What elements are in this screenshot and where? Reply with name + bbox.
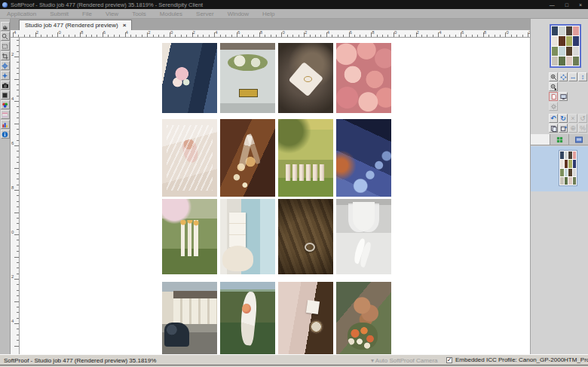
camera-tool-button[interactable] xyxy=(1,81,10,90)
settings-button[interactable] xyxy=(549,102,558,111)
menu-submit[interactable]: Submit xyxy=(43,11,75,17)
menu-application[interactable]: Application xyxy=(0,11,43,17)
navigator-tool-button[interactable] xyxy=(1,71,10,80)
photo-hands-bouquet[interactable] xyxy=(336,282,391,354)
photo-wedding-cake[interactable] xyxy=(220,199,275,274)
status-text: SoftProof - Studio job 477 (Rendered pre… xyxy=(4,357,156,364)
tab-studio-job[interactable]: Studio job 477 (Rendered preview) × xyxy=(19,20,132,30)
horizontal-ruler: 420864202468024680246802 xyxy=(11,30,530,38)
undo-button[interactable]: ↶ xyxy=(549,114,558,123)
zoom-in-button[interactable] xyxy=(549,72,558,81)
menu-server[interactable]: Server xyxy=(189,11,221,17)
right-panel: ↔ ↕ ↶ ↻ × ↺ xyxy=(530,19,588,354)
photo-bridesmaids-tree[interactable] xyxy=(278,119,333,197)
transform-icon xyxy=(560,125,567,132)
color-bars-tool-button[interactable] xyxy=(1,110,10,119)
fit-height-button[interactable]: ↕ xyxy=(578,72,587,81)
selection-box-icon xyxy=(2,92,8,99)
fit-width-icon: ↔ xyxy=(570,74,577,81)
zoom-out-button[interactable] xyxy=(549,82,558,91)
status-bar: SoftProof - Studio job 477 (Rendered pre… xyxy=(0,354,588,367)
photo-reception-tables[interactable] xyxy=(336,119,391,197)
vertical-ruler: 2468024 xyxy=(11,38,20,354)
camera-icon xyxy=(2,82,9,89)
registration-tool-button[interactable] xyxy=(1,61,10,70)
pan-tool-button[interactable] xyxy=(1,22,10,31)
photo-ring-pillow[interactable] xyxy=(278,43,333,113)
photo-champagne-toast[interactable] xyxy=(220,119,275,197)
fit-window-button[interactable] xyxy=(559,72,568,81)
hand-icon xyxy=(2,23,8,30)
photo-aisle-candles[interactable] xyxy=(162,199,217,274)
pasteboard-selected-row[interactable] xyxy=(531,146,588,191)
menu-tools[interactable]: Tools xyxy=(125,11,153,17)
icc-checkbox[interactable]: ✓ xyxy=(446,357,452,363)
menu-help[interactable]: Help xyxy=(256,11,281,17)
duplicate-icon xyxy=(550,125,557,132)
photo-bride-holding-shoes[interactable] xyxy=(162,119,217,197)
scale-button[interactable]: % xyxy=(578,124,587,133)
maximize-button[interactable]: □ xyxy=(565,2,568,8)
photo-ring-on-wood[interactable] xyxy=(278,199,333,274)
tab-close-icon[interactable]: × xyxy=(123,22,127,29)
icc-profile-label: Embedded ICC Profile: Canon_GP-2000HTM_P… xyxy=(455,356,588,363)
window-title: SoftProof - Studio job 477 (Rendered pre… xyxy=(11,2,203,8)
gear-icon xyxy=(550,103,557,110)
camera-dropdown-label: Auto SoftProof Camera xyxy=(375,357,438,364)
delete-button[interactable]: × xyxy=(568,114,577,123)
menu-view[interactable]: View xyxy=(99,11,125,17)
magnifier-icon xyxy=(2,33,8,40)
photo-pink-ranunculus[interactable] xyxy=(336,43,391,113)
menu-modules[interactable]: Modules xyxy=(153,11,189,17)
photo-vintage-car-street[interactable] xyxy=(162,282,217,354)
camera-dropdown[interactable]: ▾ Auto SoftProof Camera xyxy=(371,357,438,364)
tab-grid-view[interactable] xyxy=(550,134,570,145)
color-wheel-tool-button[interactable] xyxy=(1,100,10,109)
photo-wedding-car-garland[interactable] xyxy=(220,43,275,113)
marquee-icon xyxy=(2,43,8,50)
photo-flat-lay[interactable] xyxy=(278,282,333,354)
globe-button[interactable]: ⊕ xyxy=(568,124,577,133)
crop-tool-button[interactable] xyxy=(1,51,10,60)
rotate-icon: ↺ xyxy=(580,115,586,122)
color-bars-icon xyxy=(2,112,8,118)
registration-icon xyxy=(2,63,8,69)
rgb-circles-icon xyxy=(2,102,8,109)
photo-bridal-heels[interactable] xyxy=(336,199,391,274)
pasteboard-thumbnail[interactable] xyxy=(559,150,577,186)
monitor-button[interactable] xyxy=(559,92,568,101)
page-preview-thumbnail[interactable] xyxy=(550,24,581,68)
tab-pages[interactable] xyxy=(531,134,550,145)
fit-arrows-icon xyxy=(560,74,567,81)
proof-canvas[interactable] xyxy=(20,38,530,354)
preview-mini-grid xyxy=(551,26,580,66)
globe-icon: ⊕ xyxy=(570,125,576,132)
fit-width-button[interactable]: ↔ xyxy=(568,72,577,81)
rotate-button[interactable]: ↺ xyxy=(578,114,587,123)
page-icon xyxy=(550,93,557,100)
tab-bar: Studio job 477 (Rendered preview) × xyxy=(0,19,588,30)
close-button[interactable]: × xyxy=(579,2,582,8)
delete-icon: × xyxy=(571,115,574,122)
photo-bride-in-field[interactable] xyxy=(220,282,275,354)
magnifier-minus-icon xyxy=(550,84,557,90)
zoom-tool-button[interactable] xyxy=(1,32,10,41)
refresh-button[interactable]: ↻ xyxy=(559,114,568,123)
histogram-tool-button[interactable] xyxy=(1,120,10,129)
softproof-window: SoftProof - Studio job 477 (Rendered pre… xyxy=(0,0,588,367)
minimize-button[interactable]: — xyxy=(550,2,555,8)
transform-button[interactable] xyxy=(559,124,568,133)
marquee-tool-button[interactable] xyxy=(1,41,10,50)
monitor-icon xyxy=(560,93,567,100)
duplicate-button[interactable] xyxy=(549,124,558,133)
selection-tool-button[interactable] xyxy=(1,90,10,99)
tab-list-view[interactable] xyxy=(569,134,588,145)
menu-file[interactable]: File xyxy=(75,11,99,17)
photo-groom-boutonniere[interactable] xyxy=(162,43,217,113)
magnifier-plus-icon xyxy=(550,74,557,81)
crop-icon xyxy=(2,53,8,60)
info-tool-button[interactable] xyxy=(1,130,10,139)
title-bar: SoftProof - Studio job 477 (Rendered pre… xyxy=(0,0,588,9)
menu-window[interactable]: Window xyxy=(221,11,256,17)
page-button[interactable] xyxy=(549,92,558,101)
